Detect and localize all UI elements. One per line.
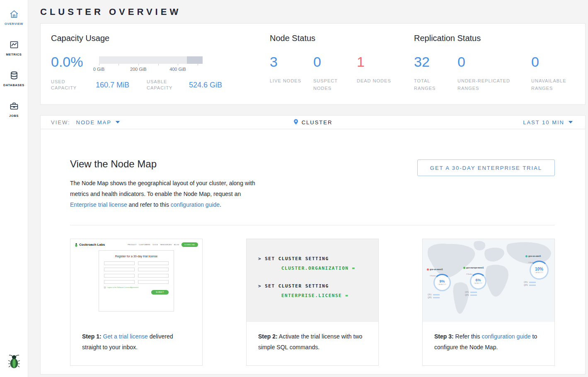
enterprise-trial-license-link[interactable]: Enterprise trial license [70, 201, 127, 208]
mini-download-button: DOWNLOAD [181, 242, 198, 247]
chevron-down-icon [116, 121, 120, 123]
step2-caption: Step 2: Activate the trial license with … [247, 322, 378, 353]
axis-label: 200 GiB [130, 67, 147, 72]
sidebar-item-metrics[interactable]: METRICS [0, 36, 28, 60]
unavailable-ranges-stat: 0 UNAVAILABLE RANGES [531, 55, 575, 92]
view-label: VIEW: [51, 119, 70, 126]
code-line: ENTERPRISE.LICENSE = [281, 293, 378, 298]
node-map-description: The Node Map shows the geographical layo… [70, 178, 263, 210]
live-nodes-stat: 3 LIVE NODES [270, 55, 313, 92]
usable-capacity-label: USABLE CAPACITY [147, 79, 180, 91]
page-title: CLUSTER OVERVIEW [40, 7, 586, 17]
replication-status-title: Replication Status [414, 34, 575, 43]
sidebar-item-overview[interactable]: OVERVIEW [0, 5, 28, 30]
step1-caption: Step 1: Get a trial license delivered st… [70, 322, 202, 353]
step2-card: > SET CLUSTER SETTING CLUSTER.ORGANIZATI… [246, 239, 379, 366]
sidebar: OVERVIEW METRICS DATABASES [0, 0, 28, 377]
mini-nav: PRODUCT CUSTOMERS DOCS RESOURCES BLOG DO… [128, 242, 198, 247]
dead-nodes-stat: 1 DEAD NODES [357, 55, 400, 92]
cluster-label: CLUSTER [302, 119, 333, 126]
map-pin-icon [293, 118, 299, 126]
sidebar-item-label: METRICS [6, 53, 22, 56]
capacity-axis: 0 GiB 200 GiB 400 GiB [99, 64, 203, 74]
step3-caption: Step 3: Refer this configuration guide t… [423, 322, 554, 353]
replication-status-section: Replication Status 32 TOTAL RANGES 0 UND… [414, 34, 575, 104]
app-root: OVERVIEW METRICS DATABASES [0, 0, 588, 377]
registration-screenshot: Cockroach Labs PRODUCT CUSTOMERS DOCS RE… [70, 239, 202, 322]
main-content: CLUSTER OVERVIEW Capacity Usage 0.0% [28, 0, 588, 377]
capacity-bar: 0 GiB 200 GiB 400 GiB [99, 55, 203, 74]
gauge-stats: CPU QPS [465, 291, 477, 297]
node-status-section: Node Status 3 LIVE NODES 0 SUSPECT NODES… [270, 34, 414, 104]
sidebar-item-jobs[interactable]: JOBS [0, 97, 28, 122]
capacity-usage-section: Capacity Usage 0.0% [51, 34, 270, 104]
code-line: > SET CLUSTER SETTING [258, 256, 378, 261]
node-map-title: View the Node Map [70, 158, 263, 170]
node-map-intro: View the Node Map The Node Map shows the… [70, 158, 263, 210]
code-line: > SET CLUSTER SETTING [258, 284, 378, 289]
mini-agreement: I agree to the Software License Agreemen… [104, 286, 169, 288]
capacity-used-percent: 0.0% [51, 55, 83, 69]
metrics-icon [9, 40, 19, 50]
configuration-guide-link[interactable]: configuration guide [171, 201, 220, 208]
capacity-bar-used-segment [187, 56, 203, 64]
sql-code-block: > SET CLUSTER SETTING CLUSTER.ORGANIZATI… [247, 239, 378, 322]
capacity-gauge: 6% CAPACITY [470, 273, 486, 290]
view-value: NODE MAP [76, 119, 111, 126]
time-range-value: LAST 10 MIN [523, 119, 564, 126]
total-ranges-stat: 32 TOTAL RANGES [414, 55, 457, 92]
home-icon [9, 9, 19, 19]
get-trial-license-link[interactable]: Get a trial license [103, 333, 148, 340]
gauge-stats: CPU QPS [428, 294, 440, 300]
capacity-bar-track [99, 56, 203, 64]
time-range-selector[interactable]: LAST 10 MIN [523, 119, 573, 126]
mini-form-title: Register for a 30-day trial license [104, 255, 169, 258]
cockroach-logo[interactable] [8, 353, 20, 370]
enterprise-trial-button[interactable]: GET A 30-DAY ENTERPRISE TRIAL [417, 160, 555, 176]
configuration-guide-link-step3[interactable]: configuration guide [482, 333, 530, 340]
trial-registration-form: Register for a 30-day trial license I ag… [99, 250, 174, 312]
databases-icon [9, 70, 19, 80]
capacity-gauge: 10% CAPACITY [530, 261, 549, 280]
sidebar-item-label: JOBS [9, 114, 19, 118]
step3-card: gce-us-west1 3 Nodes 9% CAPACITY CPU QPS [422, 239, 555, 366]
sidebar-item-databases[interactable]: DATABASES [0, 66, 28, 91]
jobs-icon [9, 101, 19, 111]
node-map-panel: View the Node Map The Node Map shows the… [40, 129, 586, 375]
sidebar-item-label: DATABASES [3, 83, 24, 87]
chevron-down-icon [569, 121, 573, 123]
step1-card: Cockroach Labs PRODUCT CUSTOMERS DOCS RE… [70, 239, 203, 366]
mini-submit-button: SUBMIT [151, 290, 169, 295]
divider [70, 225, 555, 225]
view-selector[interactable]: VIEW: NODE MAP [51, 119, 120, 126]
used-capacity-value: 160.7 MiB [96, 81, 129, 89]
view-bar: VIEW: NODE MAP CLUSTER LAST 10 MIN [40, 115, 586, 129]
axis-label: 400 GiB [169, 67, 186, 72]
cockroach-labs-brand: Cockroach Labs [75, 243, 105, 247]
suspect-nodes-stat: 0 SUSPECT NODES [313, 55, 357, 92]
node-status-title: Node Status [270, 34, 414, 43]
node-map-preview: gce-us-west1 3 Nodes 9% CAPACITY CPU QPS [423, 239, 554, 322]
gauge-stats: CPU QPS [524, 281, 536, 287]
steps-row: Cockroach Labs PRODUCT CUSTOMERS DOCS RE… [70, 239, 555, 366]
sidebar-item-label: OVERVIEW [5, 22, 23, 26]
capacity-gauge: 9% CAPACITY [433, 274, 451, 291]
code-line: CLUSTER.ORGANIZATION = [281, 266, 378, 271]
capacity-usage-title: Capacity Usage [51, 34, 270, 43]
usable-capacity-value: 524.6 GiB [189, 81, 222, 89]
axis-label: 0 GiB [93, 67, 105, 72]
under-replicated-ranges-stat: 0 UNDER-REPLICATED RANGES [457, 55, 531, 92]
used-capacity-label: USED CAPACITY [51, 79, 87, 91]
cluster-summary-card: Capacity Usage 0.0% [40, 23, 586, 105]
cluster-breadcrumb: CLUSTER [293, 118, 333, 126]
